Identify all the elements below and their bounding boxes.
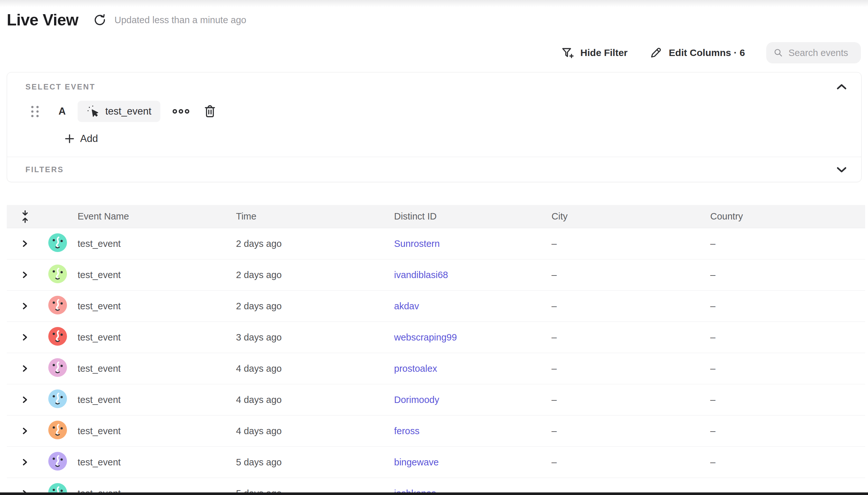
chevron-down-icon	[836, 166, 847, 173]
expand-row-button[interactable]	[21, 395, 42, 405]
expand-row-button[interactable]	[21, 270, 42, 280]
distinct-id-cell: prostoalex	[394, 363, 551, 374]
cursor-click-icon	[87, 105, 100, 118]
search-input[interactable]	[788, 48, 854, 58]
table-header-row: Event Name Time Distinct ID City Country	[7, 205, 865, 228]
distinct-id-cell: bingewave	[394, 457, 551, 468]
delete-event-button[interactable]	[203, 104, 217, 119]
more-options-button[interactable]	[172, 108, 190, 115]
event-chip-label: test_event	[105, 106, 151, 117]
collapse-rows-button[interactable]	[20, 210, 42, 223]
search-icon	[773, 47, 783, 59]
expand-row-button[interactable]	[21, 332, 42, 342]
avatar	[48, 358, 67, 377]
city-cell: –	[551, 238, 710, 249]
column-header-city: City	[551, 211, 710, 222]
table-row: test_event 2 days ago ivandiblasi68 – –	[7, 259, 865, 291]
collapse-section-button[interactable]	[832, 82, 852, 92]
chevron-right-icon	[21, 332, 29, 342]
trash-icon	[203, 104, 217, 119]
avatar	[48, 296, 67, 314]
distinct-id-link[interactable]: Dorimoody	[394, 395, 439, 405]
filter-plus-icon	[561, 46, 575, 60]
drag-handle[interactable]	[31, 106, 39, 117]
page-title: Live View	[7, 11, 78, 29]
expand-filters-button[interactable]	[832, 164, 852, 175]
toolbar: Hide Filter Edit Columns · 6	[0, 42, 861, 64]
time-cell: 4 days ago	[236, 363, 394, 374]
city-cell: –	[551, 301, 710, 311]
avatar-cell	[42, 452, 78, 473]
column-header-country: Country	[710, 211, 865, 222]
column-header-event-name: Event Name	[78, 211, 236, 222]
select-event-section: SELECT EVENT A test_event	[7, 72, 861, 157]
avatar	[48, 421, 67, 439]
search-box	[766, 42, 861, 63]
table-row: test_event 5 days ago bingewave – –	[7, 447, 865, 478]
table-row: test_event 2 days ago Sunrostern – –	[7, 228, 865, 259]
distinct-id-cell: ivandiblasi68	[394, 270, 551, 280]
event-select-button[interactable]: test_event	[78, 101, 160, 122]
distinct-id-link[interactable]: feross	[394, 426, 420, 436]
city-cell: –	[551, 395, 710, 405]
expand-row-button[interactable]	[21, 364, 42, 373]
refresh-button[interactable]	[92, 13, 107, 27]
city-cell: –	[551, 363, 710, 374]
avatar	[48, 452, 67, 471]
avatar-cell	[42, 358, 78, 379]
chevron-right-icon	[21, 239, 29, 249]
chevron-right-icon	[21, 364, 29, 373]
edit-columns-button[interactable]: Edit Columns · 6	[649, 46, 745, 60]
expand-row-button[interactable]	[21, 301, 42, 311]
avatar-cell	[42, 264, 78, 286]
distinct-id-link[interactable]: ivandiblasi68	[394, 270, 448, 280]
distinct-id-link[interactable]: bingewave	[394, 457, 439, 467]
distinct-id-link[interactable]: Sunrostern	[394, 238, 440, 249]
filter-card: SELECT EVENT A test_event	[7, 72, 862, 182]
collapse-vertical-icon	[20, 210, 30, 223]
event-letter: A	[56, 106, 69, 117]
city-cell: –	[551, 426, 710, 437]
add-event-button[interactable]: Add	[64, 130, 98, 147]
distinct-id-link[interactable]: prostoalex	[394, 363, 437, 374]
filters-label: FILTERS	[25, 165, 64, 174]
expand-row-button[interactable]	[21, 426, 42, 436]
event-name-cell: test_event	[78, 395, 236, 405]
hide-filter-button[interactable]: Hide Filter	[561, 46, 628, 60]
chevron-right-icon	[21, 301, 29, 311]
page-header: Live View Updated less than a minute ago	[0, 0, 868, 30]
table-row: test_event 4 days ago feross – –	[7, 415, 865, 447]
avatar-cell	[42, 389, 78, 410]
event-name-cell: test_event	[78, 426, 236, 437]
filters-section: FILTERS	[7, 157, 861, 182]
country-cell: –	[710, 238, 865, 249]
event-name-cell: test_event	[78, 238, 236, 249]
expand-row-button[interactable]	[21, 239, 42, 249]
event-name-cell: test_event	[78, 301, 236, 311]
city-cell: –	[551, 270, 710, 280]
select-event-label: SELECT EVENT	[25, 82, 95, 91]
event-name-cell: test_event	[78, 270, 236, 280]
time-cell: 2 days ago	[236, 238, 394, 249]
chevron-right-icon	[21, 270, 29, 280]
avatar	[48, 327, 67, 346]
avatar	[48, 264, 67, 283]
table-row: test_event 3 days ago webscraping99 – –	[7, 322, 865, 353]
table-row: test_event 2 days ago akdav – –	[7, 291, 865, 322]
country-cell: –	[710, 332, 865, 343]
time-cell: 4 days ago	[236, 395, 394, 405]
distinct-id-link[interactable]: webscraping99	[394, 332, 457, 342]
country-cell: –	[710, 270, 865, 280]
distinct-id-cell: Dorimoody	[394, 395, 551, 405]
chevron-right-icon	[21, 426, 29, 436]
avatar-cell	[42, 233, 78, 254]
event-name-cell: test_event	[78, 332, 236, 343]
refresh-icon	[92, 13, 107, 27]
chevron-up-icon	[836, 83, 847, 90]
avatar	[48, 233, 67, 252]
distinct-id-link[interactable]: akdav	[394, 301, 419, 311]
expand-row-button[interactable]	[21, 457, 42, 467]
avatar-cell	[42, 327, 78, 348]
country-cell: –	[710, 426, 865, 437]
table-body: test_event 2 days ago Sunrostern – – tes…	[7, 228, 865, 495]
